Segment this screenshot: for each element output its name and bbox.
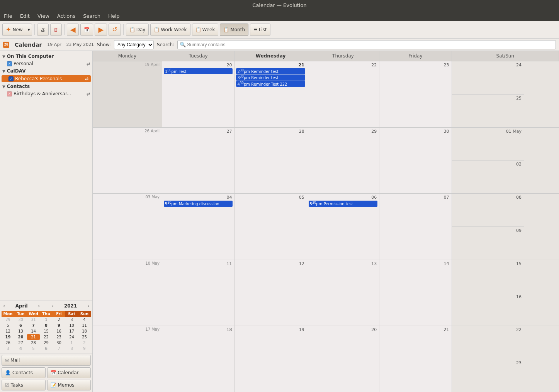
mini-day-28[interactable]: 28 [27, 340, 40, 346]
view-month-button[interactable]: 📋 Month [220, 24, 248, 36]
mini-day-5[interactable]: 5 [2, 323, 14, 328]
today-button[interactable]: 📅 [80, 24, 93, 36]
cell-apr20[interactable]: 20 100pm Test [162, 61, 234, 127]
cell-apr30[interactable]: 30 [379, 128, 452, 194]
menu-edit[interactable]: Edit [19, 12, 31, 20]
cell-may16[interactable]: 16 [452, 293, 524, 326]
cell-may10[interactable]: 10 May [93, 260, 162, 326]
nav-forward-button[interactable]: ▶ [95, 24, 107, 36]
mini-day-15[interactable]: 15 [40, 328, 53, 334]
cell-may06[interactable]: 06 530pm Permission test [307, 194, 379, 260]
refresh-button[interactable]: ↺ [109, 24, 121, 36]
new-dropdown-button[interactable]: ▾ [26, 24, 32, 36]
view-workweek-button[interactable]: 📋 Work Week [150, 24, 190, 36]
mini-day-6b[interactable]: 6 [40, 346, 53, 351]
mini-day-12[interactable]: 12 [2, 328, 14, 334]
refresh-birthdays-icon[interactable]: ⇄ [87, 91, 90, 96]
cell-may23[interactable]: 23 [452, 359, 524, 392]
view-week-button[interactable]: 📋 Week [192, 24, 219, 36]
mini-day-11[interactable]: 11 [78, 323, 91, 328]
cell-may19[interactable]: 19 [234, 326, 307, 392]
menu-help[interactable]: Help [107, 12, 121, 20]
cell-may13[interactable]: 13 [307, 260, 379, 326]
mini-day-21[interactable]: 21 [27, 334, 40, 340]
mini-day-30b[interactable]: 30 [53, 340, 65, 346]
menu-file[interactable]: File [2, 12, 14, 20]
section-on-this-computer[interactable]: ▼ On This Computer [0, 52, 92, 60]
mini-day-7[interactable]: 7 [27, 323, 40, 328]
mini-day-3b[interactable]: 3 [2, 346, 14, 351]
cell-may03[interactable]: 03 May [93, 194, 162, 260]
print-button[interactable]: 🖨 [37, 24, 49, 36]
mini-day-29[interactable]: 29 [2, 317, 14, 323]
cell-may02[interactable]: 02 [452, 161, 524, 193]
event-330pm-reminder2[interactable]: 330pm Reminder test [236, 74, 305, 80]
menu-search[interactable]: Search [82, 12, 102, 20]
calendar-item-rebeccas[interactable]: ✓ Rebecca's Personals ⇄ [2, 75, 91, 82]
cell-may17[interactable]: 17 May [93, 326, 162, 392]
menu-actions[interactable]: Actions [56, 12, 77, 20]
cell-apr29[interactable]: 29 [307, 128, 379, 194]
cell-apr19[interactable]: 19 April [93, 61, 162, 127]
calendar-item-birthdays[interactable]: ✓ Birthdays & Anniversar... ⇄ [0, 90, 92, 97]
mini-day-6[interactable]: 6 [14, 323, 27, 328]
cell-apr27[interactable]: 27 [162, 128, 234, 194]
event-430pm-reminder3[interactable]: 430pm Reminder Test 222 [236, 81, 305, 87]
refresh-personal-icon[interactable]: ⇄ [87, 61, 90, 66]
mini-day-24[interactable]: 24 [65, 334, 78, 340]
mini-day-2b[interactable]: 2 [78, 340, 91, 346]
cell-may18[interactable]: 18 [162, 326, 234, 392]
cell-may15[interactable]: 15 [452, 260, 524, 293]
nav-memos-button[interactable]: 📝 Memos [47, 380, 91, 390]
delete-button[interactable]: 🗑 [50, 24, 62, 36]
birthdays-checkbox[interactable]: ✓ [7, 91, 12, 96]
mini-day-30[interactable]: 30 [14, 317, 27, 323]
cell-may08-09[interactable]: 08 09 [452, 194, 524, 260]
section-caldav[interactable]: ▼ CalDAV [0, 67, 92, 75]
mini-day-27[interactable]: 27 [14, 340, 27, 346]
cell-may12[interactable]: 12 [234, 260, 307, 326]
cell-may05[interactable]: 05 [234, 194, 307, 260]
mini-day-1[interactable]: 1 [40, 317, 53, 323]
event-530pm-permission[interactable]: 530pm Permission test [309, 201, 377, 206]
cell-may08[interactable]: 08 [452, 194, 524, 227]
event-530pm-marketing[interactable]: 530pm Marketing discussion [164, 201, 233, 206]
nav-calendar-button[interactable]: 📅 Calendar [47, 367, 91, 378]
cell-may22[interactable]: 22 [452, 326, 524, 359]
cell-apr25[interactable]: 25 [452, 95, 524, 127]
cell-may22-23[interactable]: 22 23 [452, 326, 524, 392]
nav-back-button[interactable]: ◀ [67, 24, 79, 36]
mini-day-29b[interactable]: 29 [40, 340, 53, 346]
cell-may20[interactable]: 20 [307, 326, 379, 392]
mini-day-26[interactable]: 26 [2, 340, 14, 346]
calendar-item-personal[interactable]: ✓ Personal ⇄ [0, 60, 92, 67]
cell-may07[interactable]: 07 [379, 194, 452, 260]
rebeccas-checkbox[interactable]: ✓ [8, 76, 14, 81]
cell-apr21[interactable]: 21 230pm Reminder test 330pm Reminder te… [234, 61, 307, 127]
mini-cal-prev-year[interactable]: ‹ [50, 302, 55, 309]
mini-day-4b[interactable]: 4 [14, 346, 27, 351]
search-input[interactable] [177, 40, 556, 49]
mini-cal-next-year[interactable]: › [86, 302, 91, 309]
cell-may01[interactable]: 01 May [452, 128, 524, 161]
view-day-button[interactable]: 📋 Day [126, 24, 149, 36]
mini-day-1b[interactable]: 1 [65, 340, 78, 346]
cell-may15-16[interactable]: 15 16 [452, 260, 524, 326]
mini-day-22[interactable]: 22 [40, 334, 53, 340]
view-list-button[interactable]: ☰ List [250, 24, 270, 36]
cell-may01-02[interactable]: 01 May 02 [452, 128, 524, 194]
cell-apr22[interactable]: 22 [307, 61, 379, 127]
mini-day-16[interactable]: 16 [53, 328, 65, 334]
mini-day-19[interactable]: 19 [2, 334, 14, 340]
new-button[interactable]: ✦ New [2, 24, 26, 36]
mini-day-10[interactable]: 10 [65, 323, 78, 328]
mini-day-9b[interactable]: 9 [78, 346, 91, 351]
mini-day-13[interactable]: 13 [14, 328, 27, 334]
cell-apr24-25[interactable]: 24 25 [452, 61, 524, 127]
cell-apr26[interactable]: 26 April [93, 128, 162, 194]
mini-day-9[interactable]: 9 [53, 323, 65, 328]
mini-day-3[interactable]: 3 [65, 317, 78, 323]
menu-view[interactable]: View [36, 12, 51, 20]
mini-day-2[interactable]: 2 [53, 317, 65, 323]
mini-day-18[interactable]: 18 [78, 328, 91, 334]
